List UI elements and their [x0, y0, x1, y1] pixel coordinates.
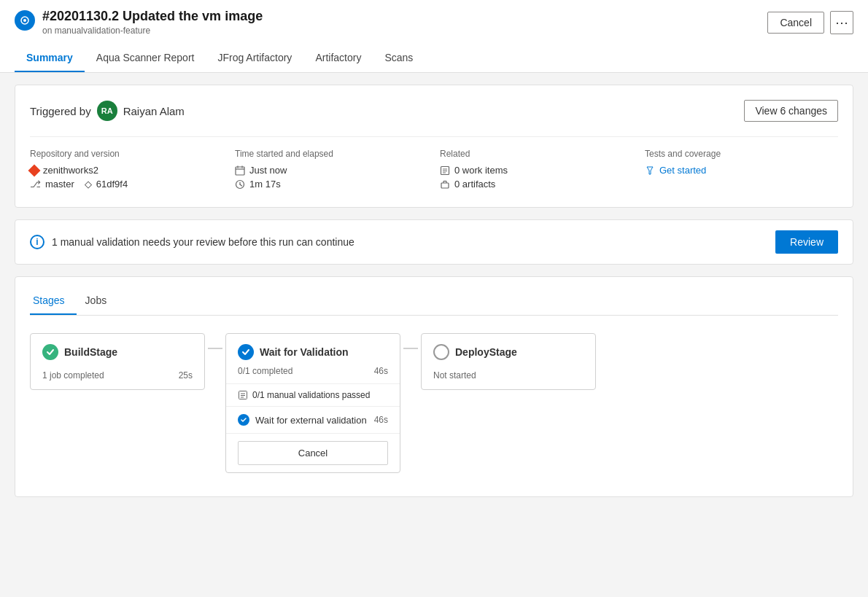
stage-cancel-button[interactable]: Cancel [238, 441, 388, 465]
title-area: #20201130.2 Updated the vm image on manu… [15, 9, 263, 36]
tab-scans[interactable]: Scans [373, 44, 425, 72]
time-started: Just now [249, 165, 287, 176]
work-items-icon [440, 165, 450, 176]
navigation-tabs: Summary Aqua Scanner Report JFrog Artifa… [15, 44, 853, 72]
build-status-icon [42, 344, 58, 360]
wait-job-row: Wait for external validation 46s [226, 406, 400, 433]
svg-point-1 [23, 19, 26, 22]
wait-stage-name: Wait for Validation [260, 346, 349, 358]
info-icon: i [30, 235, 44, 249]
commit-icon: ◇ [85, 179, 92, 190]
commit-hash: 61df9f4 [96, 179, 128, 190]
wait-stage: Wait for Validation 0/1 completed 46s 0/… [225, 333, 400, 473]
more-options-button[interactable]: ⋯ [830, 11, 853, 34]
connector-line-2 [403, 348, 418, 349]
validation-banner: i 1 manual validation needs your review … [15, 219, 853, 265]
get-started-link[interactable]: Get started [659, 165, 706, 176]
deploy-status-label: Not started [433, 370, 476, 381]
get-started-row: Get started [645, 165, 838, 176]
checklist-icon [238, 390, 248, 400]
main-content: Triggered by RA Raiyan Alam View 6 chang… [0, 73, 868, 509]
branch-commit-row: ⎇ master ◇ 61df9f4 [30, 179, 223, 190]
time-section-label: Time started and elapsed [235, 149, 428, 159]
build-stage-meta: 1 job completed 25s [31, 370, 204, 389]
build-stage-header: BuildStage [31, 334, 204, 370]
meta-grid: Repository and version zenithworks2 ⎇ ma… [30, 136, 838, 192]
job-name: Wait for external validation [255, 415, 367, 426]
artifacts-count: 0 artifacts [454, 179, 495, 190]
user-name: Raiyan Alam [123, 105, 185, 117]
page-title: #20201130.2 Updated the vm image [42, 9, 263, 24]
tests-section-label: Tests and coverage [645, 149, 838, 159]
validation-info: i 1 manual validation needs your review … [30, 235, 354, 249]
wait-status-icon [238, 344, 254, 360]
tests-section: Tests and coverage Get started [645, 149, 838, 192]
pipeline-icon [15, 10, 35, 31]
review-button[interactable]: Review [775, 230, 838, 254]
job-status-icon [238, 414, 249, 426]
wait-stage-header: Wait for Validation [226, 334, 400, 366]
trigger-row: Triggered by RA Raiyan Alam View 6 chang… [30, 100, 838, 122]
related-section-label: Related [440, 149, 633, 159]
repo-section-label: Repository and version [30, 149, 223, 159]
wait-stage-meta: 0/1 completed 46s [226, 366, 400, 383]
related-section: Related 0 work items [440, 149, 633, 192]
header-actions: Cancel ⋯ [767, 11, 853, 34]
tab-aqua-scanner[interactable]: Aqua Scanner Report [85, 44, 206, 72]
job-row-left: Wait for external validation [238, 414, 367, 426]
pipeline-subtitle: on manualvalidation-feature [42, 26, 263, 36]
avatar: RA [97, 101, 117, 121]
cancel-btn-row: Cancel [226, 433, 400, 472]
wait-duration: 46s [374, 366, 388, 376]
cancel-button[interactable]: Cancel [767, 12, 824, 34]
title-block: #20201130.2 Updated the vm image on manu… [42, 9, 263, 36]
branch-icon: ⎇ [30, 179, 41, 190]
repo-name-row: zenithworks2 [30, 165, 223, 176]
validations-label: 0/1 manual validations passed [252, 390, 370, 400]
calendar-icon [235, 165, 245, 176]
stages-tabs: Stages Jobs [30, 289, 838, 316]
artifacts-row: 0 artifacts [440, 179, 633, 190]
repo-section: Repository and version zenithworks2 ⎇ ma… [30, 149, 223, 192]
trigger-card: Triggered by RA Raiyan Alam View 6 chang… [15, 85, 853, 208]
validation-message: 1 manual validation needs your review be… [52, 236, 354, 248]
svg-line-8 [240, 184, 242, 186]
triggered-by-label: Triggered by [30, 105, 91, 117]
deploy-stage: DeployStage Not started [421, 333, 596, 390]
repo-diamond-icon [28, 164, 41, 176]
validations-row: 0/1 manual validations passed [226, 383, 400, 406]
time-elapsed-row: 1m 17s [235, 179, 428, 190]
repo-name: zenithworks2 [43, 165, 98, 176]
work-items-row: 0 work items [440, 165, 633, 176]
wait-completed-label: 0/1 completed [238, 366, 292, 376]
page-header: #20201130.2 Updated the vm image on manu… [0, 0, 868, 73]
tab-jfrog[interactable]: JFrog Artifactory [206, 44, 303, 72]
time-started-row: Just now [235, 165, 428, 176]
test-icon [645, 165, 655, 176]
stages-flow: BuildStage 1 job completed 25s [30, 333, 838, 485]
clock-icon [235, 179, 245, 190]
view-changes-button[interactable]: View 6 changes [744, 100, 838, 122]
time-elapsed: 1m 17s [249, 179, 281, 190]
time-section: Time started and elapsed Just now [235, 149, 428, 192]
tab-artifactory[interactable]: Artifactory [303, 44, 373, 72]
tab-stages[interactable]: Stages [30, 289, 77, 315]
deploy-stage-meta: Not started [422, 370, 595, 389]
work-items-count: 0 work items [454, 165, 508, 176]
deploy-status-icon [433, 344, 449, 360]
artifacts-icon [440, 179, 450, 190]
build-stage-name: BuildStage [64, 346, 117, 358]
connector-line-1 [208, 348, 222, 349]
job-duration: 46s [374, 415, 388, 425]
trigger-info: Triggered by RA Raiyan Alam [30, 101, 185, 121]
ellipsis-icon: ⋯ [835, 15, 848, 31]
tab-jobs[interactable]: Jobs [82, 289, 119, 315]
tab-summary[interactable]: Summary [15, 44, 85, 72]
header-top: #20201130.2 Updated the vm image on manu… [15, 9, 853, 42]
connector-2 [400, 348, 421, 349]
connector-1 [205, 348, 225, 349]
deploy-stage-header: DeployStage [422, 334, 595, 370]
deploy-stage-name: DeployStage [455, 346, 517, 358]
build-stage: BuildStage 1 job completed 25s [30, 333, 205, 390]
svg-rect-2 [236, 167, 244, 175]
